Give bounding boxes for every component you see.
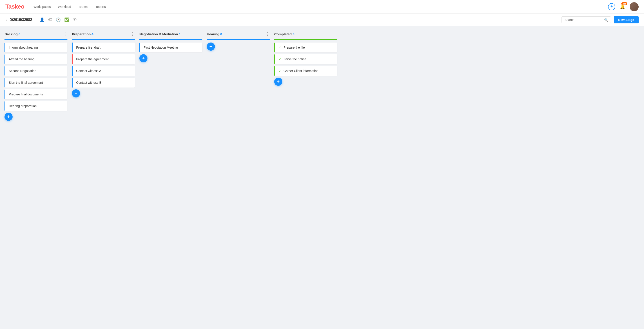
check-circle-icon[interactable]: ✅ — [64, 17, 69, 22]
add-button[interactable]: + — [608, 3, 615, 10]
clock-icon[interactable]: 🕐 — [56, 17, 61, 22]
add-card-button-backlog[interactable]: + — [4, 113, 12, 121]
search-box: 🔍 — [562, 17, 611, 23]
card-label-completed-0: Prepare the file — [284, 46, 305, 49]
column-hearing: Hearing0⋮+ — [207, 32, 270, 51]
card-backlog-0[interactable]: Inform about hearing — [4, 43, 68, 53]
card-completed-0[interactable]: ✓Prepare the file — [274, 43, 337, 53]
column-title-hearing: Hearing — [207, 32, 220, 36]
notification-badge: 225 — [621, 2, 627, 5]
card-completed-2[interactable]: ✓Gather Client information — [274, 66, 337, 76]
new-stage-button[interactable]: New Stage — [614, 16, 638, 24]
back-button[interactable]: ‹ — [6, 17, 7, 22]
column-count-completed: 3 — [293, 32, 294, 36]
card-preparation-2[interactable]: Contact witness A — [72, 66, 135, 76]
add-card-button-completed[interactable]: + — [274, 78, 282, 86]
main-nav: Workspaces Workload Teams Reports — [34, 5, 608, 9]
search-icon: 🔍 — [604, 18, 608, 22]
check-icon: ✓ — [278, 46, 281, 49]
add-card-button-negotiation[interactable]: + — [139, 54, 148, 62]
avatar-image — [630, 2, 638, 11]
column-header-hearing: Hearing0⋮ — [207, 32, 270, 37]
sub-header: ‹ D/2019/32982 👤 🏷 🕐 ✅ 👁 🔍 New Stage — [0, 14, 644, 26]
add-card-button-hearing[interactable]: + — [207, 43, 215, 51]
column-completed: Completed3⋮✓Prepare the file✓Serve the n… — [274, 32, 337, 86]
column-bar-backlog — [4, 39, 68, 40]
app-logo: Taskeo — [6, 3, 24, 10]
column-backlog: Backlog6⋮Inform about hearingAttend the … — [4, 32, 68, 121]
nav-reports[interactable]: Reports — [95, 5, 106, 9]
column-menu-backlog[interactable]: ⋮ — [63, 32, 68, 37]
column-count-preparation: 4 — [92, 32, 93, 36]
column-title-negotiation: Negotiation & Mediation — [139, 32, 178, 36]
card-backlog-3[interactable]: Sign the final agreement — [4, 78, 68, 88]
nav-workload[interactable]: Workload — [58, 5, 71, 9]
column-menu-negotiation[interactable]: ⋮ — [198, 32, 202, 37]
column-menu-preparation[interactable]: ⋮ — [130, 32, 135, 37]
column-count-backlog: 6 — [18, 32, 20, 36]
notifications-button[interactable]: 🔔 225 — [619, 3, 626, 10]
card-preparation-0[interactable]: Prepare first draft — [72, 43, 135, 53]
check-icon: ✓ — [278, 57, 281, 61]
column-bar-completed — [274, 39, 337, 40]
user-icon[interactable]: 👤 — [40, 17, 44, 22]
card-preparation-3[interactable]: Contact witness B — [72, 78, 135, 88]
column-title-completed: Completed — [274, 32, 292, 36]
card-preparation-1[interactable]: Prepare the agreement — [72, 54, 135, 64]
card-backlog-2[interactable]: Second Negotiation — [4, 66, 68, 76]
column-bar-negotiation — [139, 39, 202, 40]
column-bar-preparation — [72, 39, 135, 40]
check-icon: ✓ — [278, 69, 281, 73]
search-input[interactable] — [564, 18, 604, 22]
column-count-hearing: 0 — [220, 32, 222, 36]
column-header-negotiation: Negotiation & Mediation1⋮ — [139, 32, 202, 37]
card-label-completed-1: Serve the notice — [284, 57, 306, 61]
nav-workspaces[interactable]: Workspaces — [34, 5, 51, 9]
card-backlog-5[interactable]: Hearing preparation — [4, 101, 68, 111]
header-right: + 🔔 225 — [608, 2, 638, 11]
column-title-preparation: Preparation — [72, 32, 90, 36]
header-divider — [36, 17, 36, 23]
column-menu-hearing[interactable]: ⋮ — [266, 32, 270, 37]
column-negotiation: Negotiation & Mediation1⋮First Negotatio… — [139, 32, 202, 62]
card-completed-1[interactable]: ✓Serve the notice — [274, 54, 337, 64]
column-header-completed: Completed3⋮ — [274, 32, 337, 37]
card-negotiation-0[interactable]: First Negotation Meeting — [139, 43, 202, 53]
column-preparation: Preparation4⋮Prepare first draftPrepare … — [72, 32, 135, 97]
card-backlog-1[interactable]: Attend the hearing — [4, 54, 68, 64]
card-backlog-4[interactable]: Prepare final documents — [4, 89, 68, 99]
toolbar-icons: 👤 🏷 🕐 ✅ 👁 — [40, 17, 77, 22]
column-title-backlog: Backlog — [4, 32, 18, 36]
header: Taskeo Workspaces Workload Teams Reports… — [0, 0, 644, 14]
add-card-button-preparation[interactable]: + — [72, 89, 80, 97]
eye-icon[interactable]: 👁 — [73, 17, 77, 22]
column-header-backlog: Backlog6⋮ — [4, 32, 68, 37]
tag-icon[interactable]: 🏷 — [48, 17, 52, 22]
column-menu-completed[interactable]: ⋮ — [333, 32, 337, 37]
nav-teams[interactable]: Teams — [78, 5, 88, 9]
column-count-negotiation: 1 — [179, 32, 181, 36]
column-header-preparation: Preparation4⋮ — [72, 32, 135, 37]
user-avatar[interactable] — [630, 2, 638, 11]
sub-header-right: 🔍 New Stage — [562, 16, 638, 24]
column-bar-hearing — [207, 39, 270, 40]
kanban-board: Backlog6⋮Inform about hearingAttend the … — [0, 26, 644, 329]
breadcrumb: D/2019/32982 — [10, 18, 32, 22]
card-label-completed-2: Gather Client information — [284, 69, 318, 73]
